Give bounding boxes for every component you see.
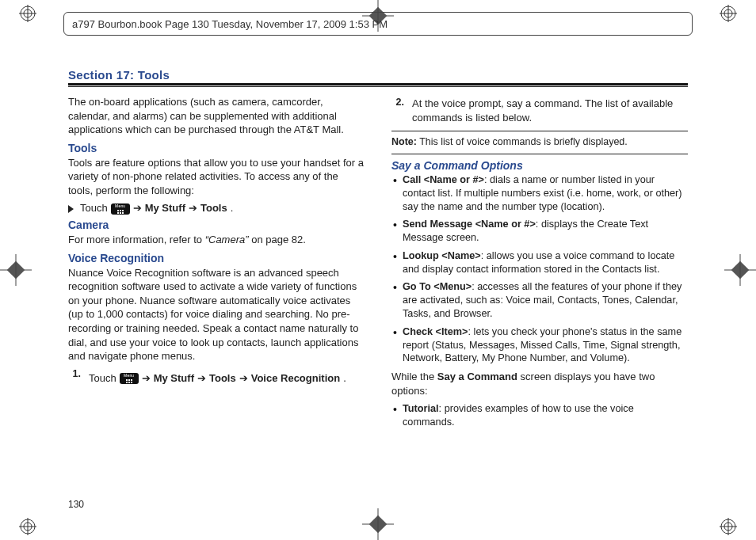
arrow-icon: ➔ <box>239 371 248 386</box>
menu-key-icon <box>111 203 130 215</box>
registration-mark-top-left <box>19 5 36 22</box>
list-item: Tutorial: provides examples of how to us… <box>393 402 688 429</box>
tools-body: Tools are feature options that allow you… <box>68 156 365 198</box>
page-content: Section 17: Tools The on-board applicati… <box>68 52 688 508</box>
section-rule <box>68 83 688 86</box>
list-item: Call <Name or #>: dials a name or number… <box>393 173 688 213</box>
arrow-icon: ➔ <box>189 202 197 214</box>
period: . <box>343 371 346 386</box>
list-item: Send Message <Name or #>: displays the C… <box>393 218 688 245</box>
camera-body-suffix: on page 82. <box>249 234 306 245</box>
cmd-name: Call <Name or #> <box>403 174 484 185</box>
step-number: 2. <box>391 97 404 108</box>
menu-key-icon <box>120 373 139 384</box>
arrow-icon: ➔ <box>142 371 151 386</box>
while-prefix: While the <box>391 371 437 382</box>
arrow-icon: ➔ <box>133 202 142 214</box>
cmd-name: Send Message <Name or #> <box>403 219 536 230</box>
while-text: While the Say a Command screen displays … <box>391 370 688 397</box>
path-voice-recognition: Voice Recognition <box>251 371 340 386</box>
crop-mark-bottom <box>362 508 394 540</box>
section-intro: The on-board applications (such as camer… <box>68 95 365 137</box>
path-tools: Tools <box>209 371 236 386</box>
touch-label: Touch <box>89 371 116 386</box>
cmd-name: Go To <Menu> <box>403 281 472 292</box>
camera-heading: Camera <box>68 219 365 231</box>
path-tools: Tools <box>200 202 227 214</box>
two-column-layout: The on-board applications (such as camer… <box>68 95 688 508</box>
registration-mark-bottom-left <box>19 518 36 535</box>
cmd-name: Tutorial <box>403 403 439 414</box>
cmd-name: Lookup <Name> <box>403 250 481 261</box>
camera-body-italic: “Camera” <box>205 234 249 245</box>
note-label: Note: <box>391 136 417 147</box>
step-number: 1. <box>68 368 81 379</box>
crop-mark-right <box>724 254 756 286</box>
touch-label: Touch <box>80 202 108 214</box>
voice-heading: Voice Recognition <box>68 252 365 264</box>
camera-body: For more information, refer to “Camera” … <box>68 233 365 247</box>
list-item: Lookup <Name>: allows you use a voice co… <box>393 249 688 276</box>
command-options-list: Call <Name or #>: dials a name or number… <box>391 173 688 365</box>
camera-body-prefix: For more information, refer to <box>68 234 205 245</box>
voice-step-2-text: At the voice prompt, say a command. The … <box>412 97 688 124</box>
frame-header-text: a797 Bourbon.book Page 130 Tuesday, Nove… <box>72 18 388 30</box>
list-item: Check <Item>: lets you check your phone'… <box>393 325 688 365</box>
arrow-icon: ➔ <box>197 371 206 386</box>
note: Note: This list of voice commands is bri… <box>391 136 688 147</box>
while-bold: Say a Command <box>437 371 517 382</box>
tools-touch-step: Touch ➔ My Stuff ➔ Tools. <box>68 202 365 214</box>
note-rule-bottom <box>391 154 688 154</box>
left-column: The on-board applications (such as camer… <box>68 95 365 508</box>
list-item: Go To <Menu>: accesses all the features … <box>393 280 688 320</box>
path-my-stuff: My Stuff <box>145 202 185 214</box>
while-options-list: Tutorial: provides examples of how to us… <box>391 402 688 429</box>
frame-header: a797 Bourbon.book Page 130 Tuesday, Nove… <box>63 12 693 36</box>
voice-step-2: 2. At the voice prompt, say a command. T… <box>391 97 688 124</box>
voice-step-1: 1. Touch ➔ My Stuff ➔ Tools ➔ Voice Reco… <box>68 368 365 390</box>
page-number: 130 <box>68 499 84 510</box>
section-title: Section 17: Tools <box>68 68 688 82</box>
period: . <box>231 202 234 214</box>
note-rule-top <box>391 131 688 131</box>
registration-mark-bottom-right <box>720 518 737 535</box>
tools-heading: Tools <box>68 142 365 154</box>
cmd-name: Check <Item> <box>403 326 468 337</box>
crop-mark-left <box>0 254 32 286</box>
step-arrow-icon <box>68 205 74 213</box>
voice-step-1-text: Touch ➔ My Stuff ➔ Tools ➔ Voice Recogni… <box>89 371 365 386</box>
path-my-stuff: My Stuff <box>154 371 194 386</box>
say-command-heading: Say a Command Options <box>391 159 688 172</box>
registration-mark-top-right <box>720 5 737 22</box>
note-text: This list of voice commands is briefly d… <box>417 136 628 147</box>
voice-body: Nuance Voice Recognition software is an … <box>68 266 365 363</box>
right-column: 2. At the voice prompt, say a command. T… <box>391 95 688 508</box>
